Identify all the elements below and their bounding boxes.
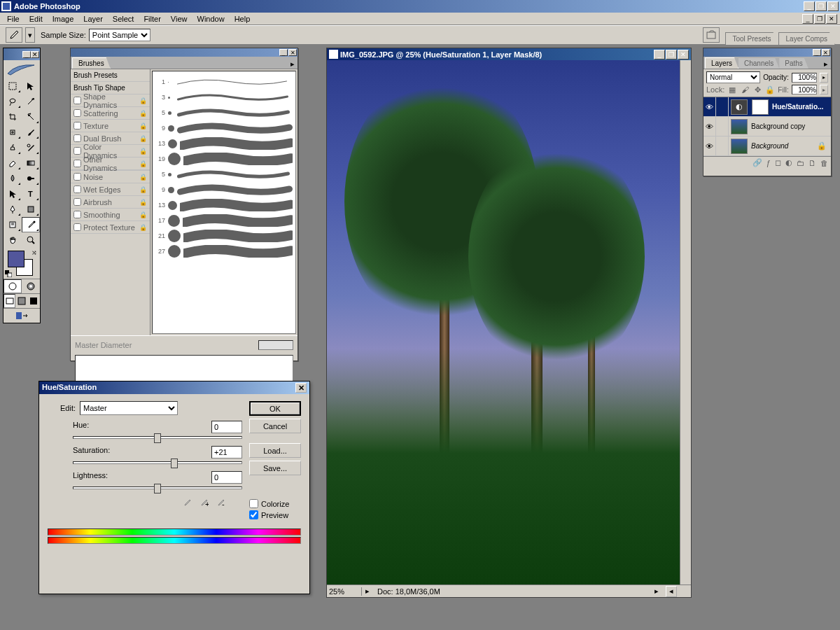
hs-close-button[interactable]: ✕ [295, 383, 307, 393]
brush-stroke-row[interactable]: 9 [155, 120, 293, 136]
hscroll-left[interactable]: ◂ [666, 586, 677, 597]
opt-smoothing[interactable]: Smoothing🔒 [71, 209, 150, 221]
screen-mode-full[interactable] [28, 294, 40, 308]
clone-stamp-tool[interactable] [4, 140, 22, 155]
eyedropper-tool[interactable] [22, 217, 40, 232]
jump-to-imageready[interactable] [4, 309, 40, 323]
hue-slider[interactable] [73, 436, 242, 439]
brushes-close[interactable]: ✕ [288, 49, 297, 56]
default-colors-icon[interactable] [5, 270, 12, 277]
opt-texture[interactable]: Texture🔒 [71, 120, 150, 132]
opt-shape-dynamics[interactable]: Shape Dynamics🔒 [71, 94, 150, 107]
brushes-menu-button[interactable]: ▸ [288, 59, 298, 69]
menu-view[interactable]: View [167, 14, 192, 24]
brush-stroke-row[interactable]: 27 [155, 244, 293, 259]
magic-wand-tool[interactable] [22, 94, 40, 109]
history-brush-tool[interactable] [22, 140, 40, 155]
lightness-slider[interactable] [73, 486, 242, 489]
opt-other-dynamics[interactable]: Other Dynamics🔒 [71, 158, 150, 170]
menu-select[interactable]: Select [108, 14, 139, 24]
brush-stroke-row[interactable]: 1 [155, 74, 293, 90]
brush-stroke-preview-list[interactable]: 135913195913172127 [152, 71, 296, 334]
brush-stroke-row[interactable]: 13 [155, 197, 293, 213]
colorize-checkbox[interactable]: Colorize [249, 499, 301, 508]
status-menu-icon[interactable]: ▸ [362, 587, 373, 596]
tab-brushes[interactable]: Brushes [72, 57, 111, 69]
notes-tool[interactable] [4, 217, 22, 232]
opacity-arrow[interactable]: ▸ [820, 73, 828, 83]
brush-presets[interactable]: Brush Presets [71, 69, 150, 82]
brush-stroke-row[interactable]: 21 [155, 228, 293, 244]
layer-style-icon[interactable]: ƒ [766, 159, 771, 167]
path-select-tool[interactable] [4, 186, 22, 202]
tab-layers[interactable]: Layers [705, 57, 738, 69]
menu-image[interactable]: Image [48, 14, 78, 24]
crop-tool[interactable] [4, 109, 22, 125]
foreground-color[interactable] [8, 251, 24, 267]
brush-stroke-row[interactable]: 9 [155, 182, 293, 197]
eraser-tool[interactable] [4, 155, 22, 171]
blend-mode-select[interactable]: Normal [706, 71, 760, 83]
status-arrow-icon[interactable]: ▸ [654, 587, 666, 596]
mdi-close-button[interactable]: ✕ [826, 14, 837, 24]
menu-edit[interactable]: Edit [25, 14, 47, 24]
eyedropper-add-icon[interactable]: + [197, 496, 210, 509]
mdi-restore-button[interactable]: ❐ [814, 14, 825, 24]
palette-well-icon[interactable] [703, 27, 720, 43]
hue-value[interactable] [211, 421, 242, 433]
hand-tool[interactable] [4, 232, 22, 248]
brush-stroke-row[interactable]: 19 [155, 151, 293, 167]
lock-transparency-icon[interactable]: ▦ [727, 85, 737, 94]
new-group-icon[interactable]: 🗀 [797, 159, 804, 167]
menu-layer[interactable]: Layer [79, 14, 107, 24]
close-button[interactable]: ✕ [827, 1, 839, 11]
opt-protect-texture[interactable]: Protect Texture🔒 [71, 221, 150, 234]
healing-brush-tool[interactable] [4, 125, 22, 140]
opt-noise[interactable]: Noise🔒 [71, 171, 150, 183]
vertical-scrollbar[interactable] [680, 60, 691, 584]
layers-minimize[interactable]: _ [813, 49, 821, 56]
fill-arrow[interactable]: ▸ [820, 85, 828, 94]
trash-icon[interactable]: 🗑 [820, 159, 828, 167]
menu-filter[interactable]: Filter [139, 14, 164, 24]
brush-stroke-row[interactable]: 5 [155, 167, 293, 182]
edit-select[interactable]: Master [80, 401, 178, 415]
eyedropper-subtract-icon[interactable]: - [214, 496, 227, 509]
gradient-tool[interactable] [22, 155, 40, 171]
zoom-tool[interactable] [22, 232, 40, 248]
visibility-icon[interactable]: 👁 [704, 117, 716, 136]
maximize-button[interactable]: ❐ [816, 1, 827, 11]
lock-position-icon[interactable]: ✥ [752, 85, 762, 94]
visibility-icon[interactable]: 👁 [704, 136, 716, 156]
screen-mode-full-menu[interactable] [15, 294, 27, 308]
tool-preset-dropdown[interactable]: ▾ [25, 27, 35, 43]
brush-stroke-row[interactable]: 17 [155, 213, 293, 228]
save-button[interactable]: Save... [249, 461, 301, 475]
layer-item-selected[interactable]: 👁 ◐ Hue/Saturatio... [704, 97, 831, 117]
tab-tool-presets[interactable]: Tool Presets [725, 32, 779, 45]
opt-scattering[interactable]: Scattering🔒 [71, 107, 150, 120]
adjustment-layer-icon[interactable]: ◐ [785, 158, 792, 167]
menu-help[interactable]: Help [230, 14, 255, 24]
doc-maximize[interactable]: ❐ [666, 50, 677, 59]
doc-minimize[interactable]: _ [654, 50, 665, 59]
lock-all-icon[interactable]: 🔒 [765, 85, 775, 94]
menu-file[interactable]: File [3, 14, 24, 24]
pen-tool[interactable] [4, 202, 22, 217]
tools-close[interactable]: ✕ [31, 51, 39, 58]
tab-paths[interactable]: Paths [779, 58, 808, 69]
brush-stroke-row[interactable]: 13 [155, 136, 293, 151]
layer-mask-icon[interactable]: ◻ [775, 158, 781, 167]
layers-menu-button[interactable]: ▸ [821, 59, 831, 69]
marquee-tool[interactable] [4, 78, 22, 94]
canvas[interactable] [327, 60, 680, 584]
doc-close[interactable]: ✕ [678, 50, 689, 59]
opt-airbrush[interactable]: Airbrush🔒 [71, 196, 150, 209]
sample-size-select[interactable]: Point Sample [89, 29, 150, 41]
tab-channels[interactable]: Channels [738, 58, 779, 69]
new-layer-icon[interactable]: 🗋 [808, 159, 816, 167]
brush-tool[interactable] [22, 125, 40, 140]
lasso-tool[interactable] [4, 94, 22, 109]
tools-minimize[interactable]: _ [22, 51, 31, 58]
minimize-button[interactable]: _ [804, 1, 815, 11]
